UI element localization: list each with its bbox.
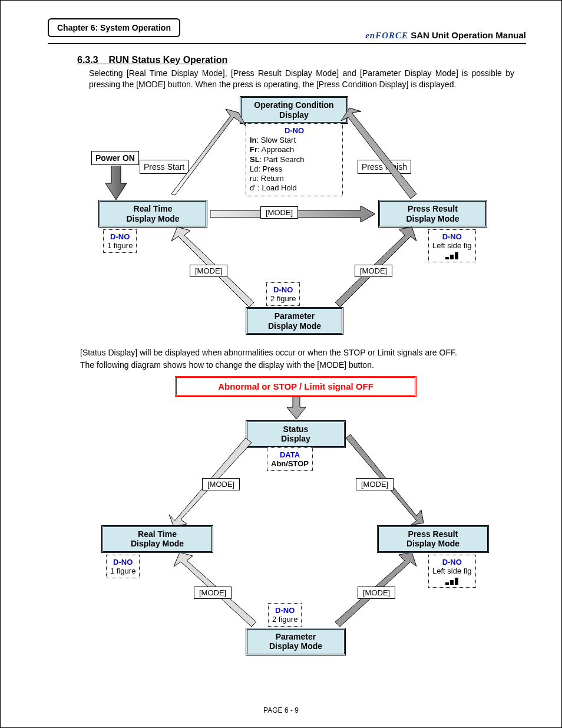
- abn-stop-text: Abn/STOP: [271, 459, 309, 468]
- mode-label-mid: [MODE]: [260, 206, 298, 219]
- dno-pr-label: D-NO: [442, 232, 462, 241]
- param-l2: Display Mode: [268, 321, 321, 331]
- realtime2-l1: Real Time: [138, 529, 177, 539]
- manual-name: SAN Unit Operation Manual: [411, 30, 526, 40]
- product-title: enFORCE SAN Unit Operation Manual: [365, 18, 526, 41]
- op-cond-l2: Display: [279, 110, 309, 120]
- status-l1: Status: [283, 424, 309, 434]
- pressres-l1: Press Result: [408, 204, 458, 213]
- node-operating-condition: Operating Condition Display: [240, 96, 348, 124]
- arrow-down-icon: [286, 397, 307, 420]
- dno-l5: ru: Return: [250, 174, 339, 183]
- dno2-rt-label: D-NO: [113, 558, 133, 566]
- dno2-rt-text: 1 figure: [110, 566, 135, 575]
- dno-param: D-NO 2 figure: [266, 282, 300, 306]
- op-cond-l1: Operating Condition: [254, 100, 333, 110]
- node-press-result: Press Result Display Mode: [378, 200, 487, 228]
- diagram-abnormal: Abnormal or STOP / Limit signal OFF Stat…: [63, 373, 511, 650]
- dno2-pm-text: 2 figure: [272, 615, 297, 624]
- mode-label-bl2: [MODE]: [194, 587, 232, 599]
- realtime-l1: Real Time: [134, 204, 173, 213]
- dno-l6: d' : Load Hold: [250, 183, 339, 193]
- dno-pr-text: Left side fig: [432, 241, 472, 250]
- mode-label-br: [MODE]: [355, 265, 392, 277]
- mode-label-bl: [MODE]: [190, 265, 227, 277]
- dno-realtime: D-NO 1 figure: [103, 229, 137, 253]
- param2-l1: Parameter: [276, 632, 316, 641]
- param2-l2: Display Mode: [269, 641, 322, 651]
- arrow-down-icon: [104, 166, 128, 201]
- dno-l4: Ld: Press: [250, 164, 339, 174]
- node-status-display: Status Display: [246, 420, 346, 449]
- node-press-result-2: Press Result Display Mode: [377, 525, 489, 554]
- chapter-box: Chapter 6: System Operation: [48, 18, 180, 37]
- realtime-l2: Display Mode: [126, 214, 179, 223]
- section-heading: 6.3.3 RUN Status Key Operation: [77, 55, 526, 65]
- dno-pressresult: D-NO Left side fig: [428, 229, 476, 262]
- dno2-pm-label: D-NO: [275, 606, 295, 615]
- status-l2: Display: [281, 434, 310, 443]
- section-number: 6.3.3: [77, 55, 98, 65]
- section-name: RUN Status Key Operation: [108, 55, 227, 65]
- diagram-run-status: Power ON Operating Condition Display D-N…: [63, 95, 511, 342]
- dno2-pr-label: D-NO: [442, 558, 462, 566]
- abnormal-box: Abnormal or STOP / Limit signal OFF: [175, 376, 416, 397]
- dno-l3: SL: Part Search: [250, 155, 339, 164]
- dno-param-2: D-NO 2 figure: [268, 603, 302, 627]
- dno-realtime-2: D-NO 1 figure: [106, 555, 140, 578]
- bars-icon: [445, 251, 459, 259]
- page-number: PAGE 6 - 9: [1, 706, 561, 714]
- power-on-box: Power ON: [91, 151, 139, 165]
- arrow-upright-icon: [340, 107, 422, 201]
- bars-icon: [445, 576, 459, 585]
- page: Chapter 6: System Operation enFORCE SAN …: [0, 0, 562, 728]
- data-abn-box: DATA Abn/STOP: [267, 447, 313, 471]
- node-realtime: Real Time Display Mode: [98, 200, 207, 228]
- pressres-l2: Display Mode: [406, 214, 459, 223]
- dno2-pr-text: Left side fig: [432, 566, 472, 575]
- para-2: [Status Display] will be displayed when …: [80, 347, 508, 358]
- dno-pm-text: 2 figure: [270, 294, 296, 303]
- dno-header: D-NO: [250, 126, 339, 136]
- node-parameter-2: Parameter Display Mode: [246, 628, 346, 656]
- realtime2-l2: Display Mode: [131, 539, 184, 548]
- param-l1: Parameter: [275, 311, 315, 321]
- header-rule: [48, 43, 526, 44]
- brand-logo: enFORCE: [365, 31, 408, 40]
- node-realtime-2: Real Time Display Mode: [101, 525, 213, 554]
- node-parameter: Parameter Display Mode: [246, 307, 343, 335]
- data-label: DATA: [280, 450, 300, 459]
- para-3: The following diagram shows how to chang…: [80, 360, 514, 371]
- mode-label-br2: [MODE]: [358, 587, 395, 599]
- arrow-upleft-icon: [169, 107, 252, 201]
- mode-label-tr: [MODE]: [356, 478, 394, 490]
- dno-l1: In: Slow Start: [250, 136, 339, 145]
- top-header: Chapter 6: System Operation enFORCE SAN …: [48, 18, 526, 41]
- para-1: Selecting [Real Time Display Mode], [Pre…: [89, 68, 514, 90]
- dno-rt-text: 1 figure: [107, 241, 133, 250]
- dno-rt-label: D-NO: [110, 232, 130, 241]
- dno-pm-label: D-NO: [273, 285, 293, 294]
- mode-label-tl: [MODE]: [202, 478, 240, 490]
- dno-legend: D-NO In: Slow Start Fr: Approach SL: Par…: [246, 123, 343, 196]
- dno-pressresult-2: D-NO Left side fig: [428, 555, 476, 588]
- pressres2-l1: Press Result: [408, 529, 458, 539]
- pressres2-l2: Display Mode: [406, 539, 459, 548]
- dno-l2: Fr: Approach: [250, 145, 339, 154]
